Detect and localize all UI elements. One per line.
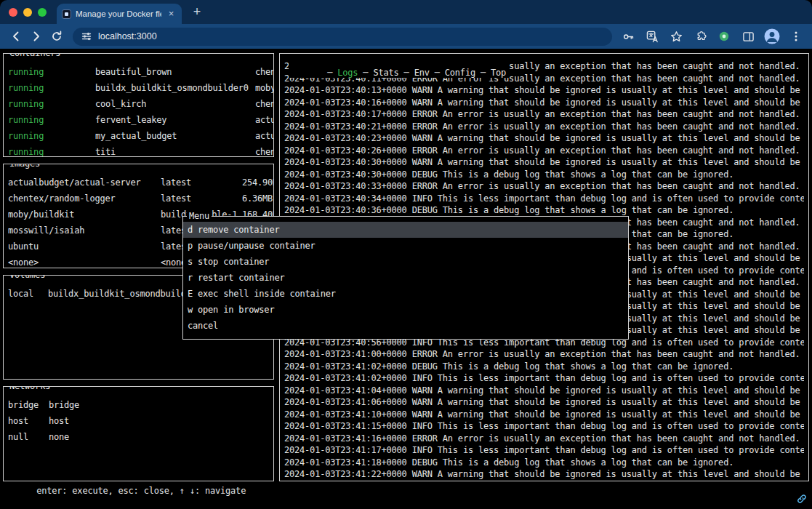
extensions-icon[interactable] (690, 26, 710, 47)
image-name: actualbudget/actual-server (8, 175, 161, 191)
menu-item[interactable]: E exec shell inside container (183, 286, 628, 302)
menu-item[interactable]: p pause/unpause container (183, 238, 628, 254)
log-message: A warning that should be ignored is usua… (438, 133, 804, 143)
log-line: 2024-01-03T23:40:16+0000 WARN A warning … (284, 97, 804, 109)
log-level: ERROR (412, 109, 438, 119)
log-level: DEBUG (412, 169, 438, 180)
container-state: running (8, 128, 95, 144)
pinned-extension-icon[interactable] (714, 26, 734, 47)
forward-icon[interactable] (26, 26, 47, 47)
log-message: A warning that should be ignored is usua… (438, 385, 804, 396)
container-state: running (8, 64, 95, 80)
log-timestamp: 2024-01-03T23:41:04+0000 (284, 385, 407, 396)
reload-icon[interactable] (47, 26, 67, 47)
log-message: This is less important than debug log an… (438, 445, 804, 455)
log-line: 2024-01-03T23:40:34+0000 INFO This is le… (284, 193, 804, 205)
logs-tab[interactable]: Top (491, 68, 506, 78)
log-message: An error is usually an exception that ha… (443, 109, 800, 119)
translate-icon[interactable] (642, 26, 662, 47)
log-level: ERROR (412, 349, 438, 359)
log-line: 2024-01-03T23:40:13+0000 WARN A warning … (284, 84, 804, 97)
log-timestamp: 2024-01-03T23:40:30+0000 (284, 157, 407, 167)
log-level: WARN (412, 385, 433, 396)
log-line: 2024-01-03T23:41:00+0000 ERROR An error … (284, 348, 804, 361)
log-message: This is a debug log that shows a log tha… (443, 361, 733, 372)
container-name: titi (95, 144, 255, 157)
zoom-window-button[interactable] (38, 8, 47, 17)
new-tab-button[interactable]: + (188, 3, 206, 22)
log-level: ERROR (412, 181, 438, 191)
tab-close-icon[interactable]: × (166, 9, 177, 20)
menu-item[interactable]: r restart container (183, 270, 628, 286)
side-panel-icon[interactable] (738, 26, 758, 47)
network-row[interactable]: nullnone (4, 429, 273, 445)
log-line: 2024-01-03T23:40:21+0000 ERROR An error … (284, 121, 804, 133)
volumes-panel-title: Volumes (7, 275, 47, 280)
logs-tab[interactable]: Logs (337, 68, 358, 78)
image-row[interactable]: actualbudget/actual-serverlatest254.90MB (4, 175, 273, 191)
log-line: 2024-01-03T23:40:23+0000 WARN A warning … (284, 132, 804, 145)
close-window-button[interactable] (9, 8, 17, 17)
log-line: 2024-01-03T23:41:06+0000 WARN A warning … (284, 396, 804, 409)
back-icon[interactable] (6, 26, 26, 47)
container-row[interactable]: runningbuildx_buildkit_osmondbuilder0mob… (4, 80, 273, 96)
browser-menu-icon[interactable] (786, 26, 806, 47)
logs-tab[interactable]: Config (445, 68, 475, 78)
logs-tab[interactable]: Env (414, 68, 430, 78)
menu-item[interactable]: d remove container (183, 222, 628, 238)
container-name: buildx_buildkit_osmondbuilder0 (95, 80, 255, 96)
image-name: ubuntu (8, 239, 161, 254)
log-level: WARN (412, 157, 433, 167)
log-timestamp: 2024-01-03T23:40:16+0000 (284, 97, 407, 108)
network-row[interactable]: hosthost (4, 413, 273, 429)
log-level: WARN (412, 409, 433, 420)
bookmark-star-icon[interactable] (666, 26, 686, 47)
log-level: INFO (412, 445, 433, 455)
tab-separator: ─ (430, 68, 445, 78)
volume-driver: local (8, 286, 48, 302)
log-message: An error is usually an exception that ha… (443, 349, 800, 359)
log-timestamp: 2024-01-03T23:40:21+0000 (284, 121, 407, 132)
menu-item[interactable]: cancel (183, 318, 628, 334)
browser-toolbar: localhost:3000 (0, 24, 812, 49)
log-message: A warning that should be ignored is usua… (438, 157, 804, 167)
log-level: ERROR (412, 121, 438, 132)
menu-item[interactable]: s stop container (183, 254, 628, 270)
container-row[interactable]: runningmy_actual_budgetactualbudget/actu… (4, 128, 273, 144)
log-level: WARN (412, 85, 433, 95)
profile-avatar[interactable] (762, 26, 782, 47)
logs-tab[interactable]: Stats (373, 68, 398, 78)
container-row[interactable]: runningcool_kirchchentex/random-logger (4, 96, 273, 112)
key-icon[interactable] (618, 26, 638, 47)
container-row[interactable]: runningfervent_leakeyactualbudget/actual… (4, 112, 273, 128)
container-state: running (8, 144, 95, 157)
images-panel-title: Images (7, 164, 42, 169)
log-level: WARN (412, 469, 433, 479)
container-name: cool_kirch (95, 96, 255, 112)
minimize-window-button[interactable] (23, 8, 32, 17)
log-message: An error is usually an exception that ha… (443, 121, 800, 132)
image-row[interactable]: chentex/random-loggerlatest6.36MB (4, 191, 273, 207)
log-level: DEBUG (412, 457, 438, 468)
image-name: moby/buildkit (8, 207, 161, 223)
tab-separator: ─ (399, 68, 414, 78)
menu-item[interactable]: w open in browser (183, 302, 628, 318)
network-row[interactable]: bridgebridge (4, 397, 273, 413)
log-message: A warning that should be ignored is usua… (438, 97, 804, 108)
log-timestamp: 2024-01-03T23:41:06+0000 (284, 397, 407, 407)
address-bar[interactable]: localhost:3000 (73, 28, 612, 46)
log-level: ERROR (412, 433, 438, 444)
log-message: This is a debug log that shows a log tha… (443, 169, 733, 180)
site-info-icon[interactable] (81, 31, 92, 41)
log-timestamp: 2024-01-03T23:40:30+0000 (284, 169, 407, 180)
log-message: A warning that should be ignored is usua… (438, 469, 804, 479)
tab-separator: ─ (358, 68, 373, 78)
container-row[interactable]: runningtitichentex/random-logger (4, 144, 273, 157)
container-state: running (8, 96, 95, 112)
image-name: chentex/random-logger (8, 191, 161, 207)
browser-tab[interactable]: Manage your Docker fleet wi... × (57, 4, 182, 24)
networks-panel-title: Networks (7, 386, 52, 391)
container-row[interactable]: runningbeautiful_brownchentex/random-log… (4, 64, 273, 80)
toolbar-right-icons (618, 26, 806, 47)
connection-link-icon (797, 494, 807, 506)
